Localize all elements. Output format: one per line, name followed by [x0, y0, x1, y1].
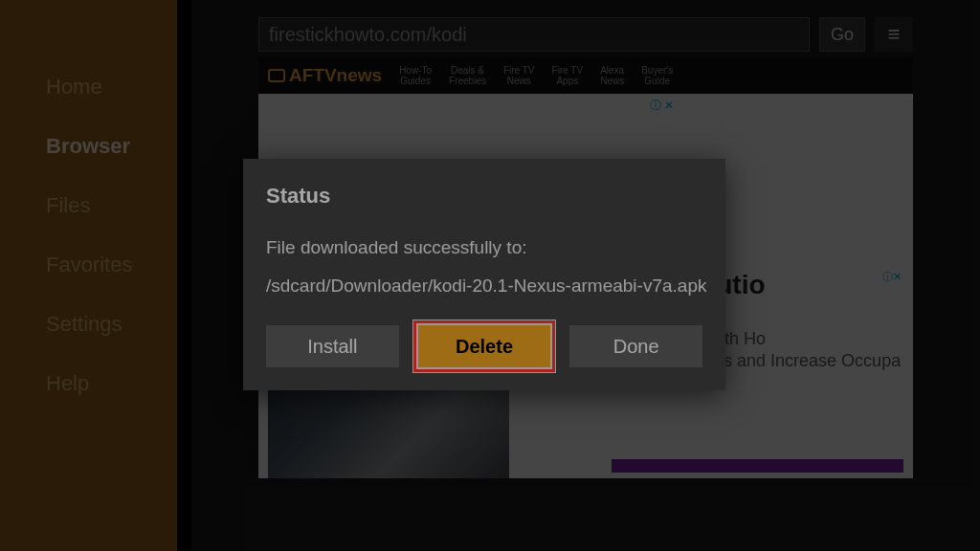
purple-banner [612, 459, 903, 473]
sidebar-item-home[interactable]: Home [0, 57, 177, 117]
dialog-title: Status [266, 184, 702, 209]
aftv-nav-guides[interactable]: How-To Guides [399, 65, 432, 86]
aftv-header: AFTVnews How-To Guides Deals & Freebies … [258, 57, 913, 94]
ad-marker2-icon[interactable]: ⓘ✕ [882, 270, 902, 284]
aftv-nav-firetv-news[interactable]: Fire TV News [503, 65, 535, 86]
go-button[interactable]: Go [819, 17, 865, 52]
aftv-nav-deals[interactable]: Deals & Freebies [449, 65, 486, 86]
dialog-message: File downloaded successfully to: [266, 237, 702, 258]
install-button[interactable]: Install [266, 325, 399, 367]
sidebar-item-favorites[interactable]: Favorites [0, 235, 177, 295]
done-button[interactable]: Done [569, 325, 702, 367]
ad-marker-icon[interactable]: ⓘ ✕ [650, 98, 674, 114]
sidebar-item-browser[interactable]: Browser [0, 117, 177, 176]
aftv-nav-firetv-apps[interactable]: Fire TV Apps [552, 65, 584, 86]
hamburger-icon[interactable]: ≡ [875, 17, 913, 52]
sidebar-item-files[interactable]: Files [0, 176, 177, 235]
aftv-nav-alexa[interactable]: Alexa News [600, 65, 624, 86]
sidebar-item-help[interactable]: Help [0, 354, 177, 413]
topbar: Go ≡ [191, 17, 980, 52]
dialog-file-path: /sdcard/Downloader/kodi-20.1-Nexus-armea… [266, 276, 702, 297]
aftv-logo: AFTVnews [268, 65, 382, 86]
sidebar: Home Browser Files Favorites Settings He… [0, 0, 191, 551]
tv-icon [268, 69, 285, 82]
aftv-brand-text: AFTVnews [289, 65, 382, 86]
delete-button[interactable]: Delete [418, 325, 551, 367]
aftv-nav-buyers[interactable]: Buyer's Guide [641, 65, 673, 86]
url-input[interactable] [258, 17, 810, 52]
sidebar-item-settings[interactable]: Settings [0, 295, 177, 354]
status-dialog: Status File downloaded successfully to: … [243, 159, 725, 390]
